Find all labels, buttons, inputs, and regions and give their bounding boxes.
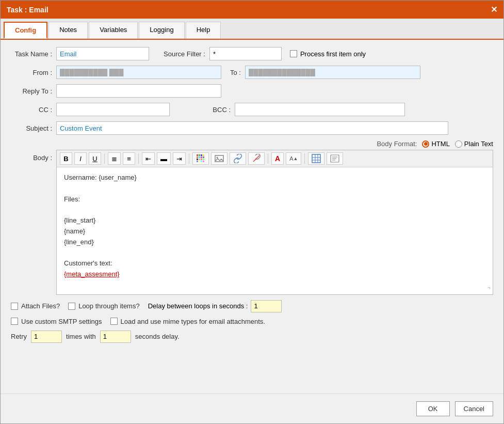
color-grid-button[interactable] [192, 152, 209, 165]
mime-types-label: Load and use mime types for email attach… [121, 318, 265, 325]
dialog-footer: OK Cancel [1, 394, 503, 423]
loop-through-checkbox[interactable] [68, 303, 75, 310]
bcc-input[interactable] [235, 103, 405, 116]
align-center-button[interactable]: ▬ [157, 152, 171, 165]
bold-button[interactable]: B [60, 152, 72, 165]
to-section: To : [225, 66, 493, 79]
resize-icon: ⌝ [487, 286, 491, 293]
separator-2 [138, 153, 139, 164]
align-left-button[interactable]: ⇤ [142, 152, 155, 165]
process-first-label: Process first item only [300, 50, 366, 58]
task-name-input[interactable] [56, 47, 149, 60]
from-label: From : [11, 69, 52, 76]
underline-button[interactable]: U [89, 152, 101, 165]
svg-rect-14 [201, 161, 202, 162]
reply-to-row: Reply To : [11, 84, 493, 98]
loop-through-label: Loop through items? [78, 302, 140, 310]
source-filter-input[interactable] [209, 47, 282, 60]
task-name-label: Task Name : [11, 50, 52, 58]
retry-input[interactable] [31, 331, 62, 343]
tab-notes[interactable]: Notes [48, 22, 88, 39]
delay-section: Delay between loops in seconds : [148, 300, 282, 312]
subject-label: Subject : [11, 124, 52, 132]
svg-rect-12 [197, 161, 198, 162]
svg-rect-8 [197, 159, 198, 160]
svg-rect-19 [312, 154, 320, 163]
options-row-2: Use custom SMTP settings Load and use mi… [11, 318, 493, 325]
tab-bar: Config Notes Variables Logging Help [1, 19, 503, 40]
cc-label: CC : [11, 106, 52, 114]
from-to-row: From : To : [11, 66, 493, 79]
process-first-row: Process first item only [290, 50, 366, 58]
attach-files-checkbox[interactable] [11, 303, 18, 310]
editor-toolbar: B I U ≣ ≡ ⇤ ▬ ⇥ [57, 150, 493, 167]
editor-body[interactable]: Username: {user_name} Files: {line_start… [57, 167, 493, 285]
from-section: From : [11, 66, 221, 79]
italic-button[interactable]: I [74, 152, 87, 165]
html-radio-dot [424, 142, 428, 146]
link-button[interactable] [230, 152, 246, 165]
svg-rect-13 [199, 161, 200, 162]
source-button[interactable] [327, 152, 343, 165]
tab-help[interactable]: Help [186, 22, 221, 39]
svg-rect-16 [215, 155, 223, 162]
ok-button[interactable]: OK [416, 401, 450, 416]
separator-3 [189, 153, 189, 164]
unlink-button[interactable] [248, 152, 265, 165]
svg-rect-2 [201, 154, 202, 156]
svg-rect-5 [199, 156, 200, 158]
font-size-button[interactable]: A▲ [286, 152, 301, 165]
close-button[interactable]: ✕ [491, 5, 497, 14]
bcc-label: BCC : [189, 106, 231, 114]
plain-label: Plain Text [464, 140, 493, 148]
svg-rect-15 [203, 161, 204, 162]
align-right-button[interactable]: ⇥ [173, 152, 186, 165]
from-input[interactable] [56, 66, 221, 79]
table-button[interactable] [308, 152, 324, 165]
ordered-list-button[interactable]: ≣ [108, 152, 121, 165]
tab-config[interactable]: Config [4, 22, 47, 39]
html-radio[interactable] [422, 140, 429, 148]
meta-assesment-var: {meta_assesment} [64, 270, 120, 278]
unordered-list-button[interactable]: ≡ [123, 152, 135, 165]
html-label: HTML [431, 140, 449, 148]
subject-input[interactable] [56, 121, 448, 135]
svg-rect-0 [197, 154, 198, 156]
loop-through-option: Loop through items? [68, 302, 140, 310]
source-filter-label: Source Filter : [164, 50, 205, 58]
image-button[interactable] [211, 152, 227, 165]
tab-variables[interactable]: Variables [89, 22, 138, 39]
process-first-checkbox[interactable] [290, 50, 297, 57]
retry-row: Retry times with seconds delay. [11, 331, 493, 343]
resize-handle[interactable]: ⌝ [57, 285, 493, 294]
times-with-input[interactable] [100, 331, 131, 343]
attach-files-option: Attach Files? [11, 302, 60, 310]
editor-container: B I U ≣ ≡ ⇤ ▬ ⇥ [56, 150, 493, 295]
tab-logging[interactable]: Logging [139, 22, 184, 39]
retry-label: Retry [11, 333, 27, 340]
svg-rect-10 [201, 159, 202, 160]
svg-rect-1 [199, 154, 200, 156]
custom-smtp-label: Use custom SMTP settings [21, 318, 102, 325]
html-format-option[interactable]: HTML [422, 140, 449, 148]
svg-rect-4 [197, 156, 198, 158]
cancel-button[interactable]: Cancel [455, 401, 493, 416]
svg-rect-11 [203, 159, 204, 160]
svg-rect-9 [199, 159, 200, 160]
custom-smtp-checkbox[interactable] [11, 318, 18, 325]
task-name-row: Task Name : Source Filter : Process firs… [11, 47, 493, 60]
dialog: Task : Email ✕ Config Notes Variables Lo… [0, 0, 504, 424]
times-with-label: times with [66, 333, 96, 340]
plain-format-option[interactable]: Plain Text [455, 140, 493, 148]
reply-to-input[interactable] [56, 84, 221, 98]
delay-input[interactable] [251, 300, 282, 312]
mime-types-checkbox[interactable] [110, 318, 118, 325]
cc-input[interactable] [56, 103, 170, 116]
body-section: Body : B I U ≣ ≡ ⇤ ▬ ⇥ [11, 150, 493, 295]
font-color-button[interactable]: A [271, 152, 284, 165]
to-input[interactable] [245, 66, 420, 79]
config-content: Task Name : Source Filter : Process firs… [1, 40, 503, 394]
custom-smtp-option: Use custom SMTP settings [11, 318, 102, 325]
mime-types-option: Load and use mime types for email attach… [110, 318, 265, 325]
plain-radio[interactable] [455, 140, 462, 148]
